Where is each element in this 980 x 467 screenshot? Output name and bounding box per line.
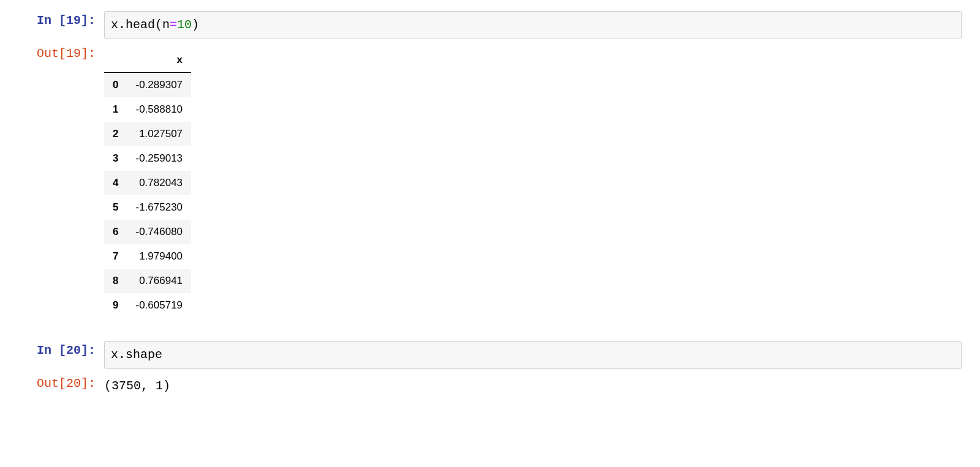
df-index-cell: 4: [104, 171, 127, 195]
table-row: 8 0.766941: [104, 269, 191, 293]
df-value-cell: -0.588810: [127, 97, 191, 122]
code-token: (: [155, 18, 162, 32]
cell-20-input: In [20]: x.shape: [24, 341, 962, 369]
table-row: 0 -0.289307: [104, 73, 191, 98]
cell-19-output: Out[19]: x 0 -0.289307 1 -0.58881: [24, 44, 962, 336]
prompt-in-20: In [20]:: [24, 341, 104, 361]
text-output: (3750, 1): [104, 374, 962, 396]
df-value-cell: 0.766941: [127, 269, 191, 293]
table-row: 7 1.979400: [104, 244, 191, 269]
df-index-cell: 2: [104, 122, 127, 146]
code-token: shape: [126, 348, 162, 362]
table-row: 6 -0.746080: [104, 220, 191, 244]
cell-20-output: Out[20]: (3750, 1): [24, 374, 962, 396]
cell-19-input: In [19]: x.head(n=10): [24, 11, 962, 39]
df-value-cell: 1.027507: [127, 122, 191, 146]
df-index-cell: 8: [104, 269, 127, 293]
prompt-in-19: In [19]:: [24, 11, 104, 31]
code-token: 10: [177, 18, 192, 32]
code-token: x: [111, 348, 118, 362]
code-token: x: [111, 18, 118, 32]
df-index-cell: 5: [104, 195, 127, 220]
df-value-cell: -0.605719: [127, 293, 191, 318]
df-value-cell: 0.782043: [127, 171, 191, 195]
df-index-cell: 1: [104, 97, 127, 122]
table-row: 3 -0.259013: [104, 146, 191, 171]
prompt-out-19: Out[19]:: [24, 44, 104, 64]
df-value-cell: -1.675230: [127, 195, 191, 220]
code-token: n: [162, 18, 170, 32]
code-token: .: [118, 18, 126, 32]
code-token: ): [192, 18, 199, 32]
df-index-cell: 7: [104, 244, 127, 269]
df-index-cell: 3: [104, 146, 127, 171]
df-col-header: x: [127, 48, 191, 73]
df-value-cell: -0.259013: [127, 146, 191, 171]
df-index-cell: 6: [104, 220, 127, 244]
table-row: 5 -1.675230: [104, 195, 191, 220]
notebook: In [19]: x.head(n=10) Out[19]: x 0 -0.28…: [0, 0, 980, 396]
table-row: 2 1.027507: [104, 122, 191, 146]
df-value-cell: 1.979400: [127, 244, 191, 269]
prompt-out-20: Out[20]:: [24, 374, 104, 394]
code-token: head: [126, 18, 155, 32]
code-token: =: [170, 18, 177, 32]
df-index-header: [104, 48, 127, 73]
code-input-20[interactable]: x.shape: [104, 341, 962, 369]
df-index-cell: 9: [104, 293, 127, 318]
table-row: 1 -0.588810: [104, 97, 191, 122]
code-input-19[interactable]: x.head(n=10): [104, 11, 962, 39]
df-index-cell: 0: [104, 73, 127, 98]
dataframe-output: x 0 -0.289307 1 -0.588810 2 1.027507: [104, 48, 191, 318]
df-value-cell: -0.746080: [127, 220, 191, 244]
table-row: 4 0.782043: [104, 171, 191, 195]
code-token: .: [118, 348, 126, 362]
table-row: 9 -0.605719: [104, 293, 191, 318]
df-value-cell: -0.289307: [127, 73, 191, 98]
